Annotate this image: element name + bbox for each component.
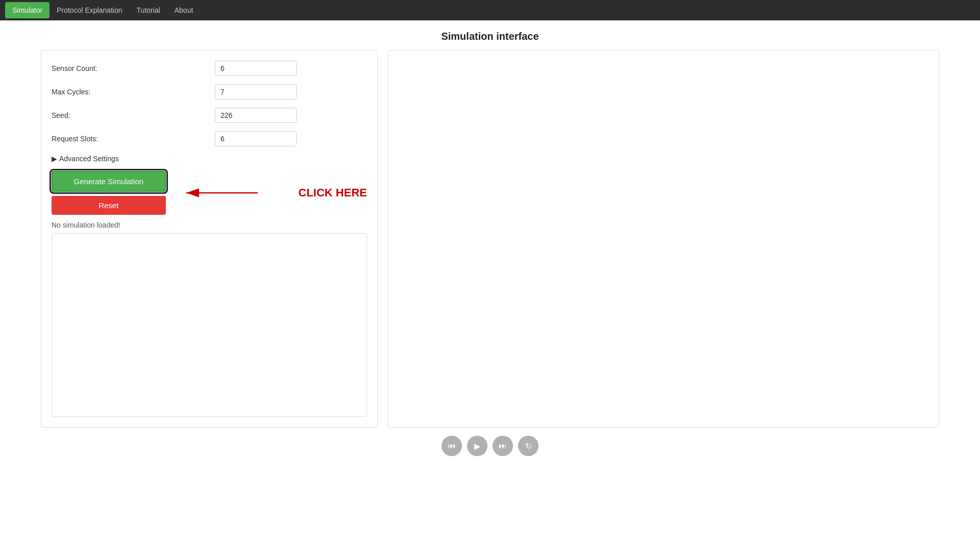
seed-input[interactable] (215, 108, 297, 123)
click-here-label: CLICK HERE (299, 186, 367, 199)
advanced-settings-toggle[interactable]: ▶ Advanced Settings (52, 155, 367, 163)
nav-tutorial[interactable]: Tutorial (130, 2, 167, 18)
sensor-count-row: Sensor Count: (52, 61, 367, 76)
fast-forward-button[interactable]: ⏭ (493, 436, 513, 456)
generate-button-row: Generate Simulation Reset CLICK HERE (52, 171, 367, 215)
playback-controls: ⏮ ▶ ⏭ ↻ (0, 428, 980, 461)
nav-simulator[interactable]: Simulator (5, 2, 50, 18)
generate-simulation-button[interactable]: Generate Simulation (52, 171, 166, 192)
request-slots-label: Request Slots: (52, 135, 215, 143)
navbar: Simulator Protocol Explanation Tutorial … (0, 0, 980, 20)
click-here-arrow-icon (176, 183, 268, 203)
request-slots-row: Request Slots: (52, 131, 367, 146)
max-cycles-input[interactable] (215, 84, 297, 99)
left-panel: Sensor Count: Max Cycles: Seed: Request … (41, 50, 378, 428)
sensor-count-input[interactable] (215, 61, 297, 76)
seed-row: Seed: (52, 108, 367, 123)
request-slots-input[interactable] (215, 131, 297, 146)
simulation-display (52, 233, 367, 417)
page-title: Simulation interface (0, 20, 980, 50)
nav-about[interactable]: About (167, 2, 201, 18)
annotation-area: CLICK HERE (176, 183, 367, 203)
play-button[interactable]: ▶ (467, 436, 487, 456)
nav-protocol-explanation[interactable]: Protocol Explanation (50, 2, 129, 18)
sensor-count-label: Sensor Count: (52, 64, 215, 72)
right-panel (388, 50, 939, 428)
max-cycles-row: Max Cycles: (52, 84, 367, 99)
advanced-settings-arrow-icon: ▶ (52, 155, 57, 163)
no-simulation-text: No simulation loaded! (52, 221, 367, 229)
max-cycles-label: Max Cycles: (52, 88, 215, 96)
reset-button[interactable]: Reset (52, 196, 166, 215)
seed-label: Seed: (52, 111, 215, 119)
advanced-settings-label: Advanced Settings (59, 155, 119, 163)
generate-button-area: Generate Simulation Reset (52, 171, 166, 215)
rewind-button[interactable]: ⏮ (442, 436, 462, 456)
main-content: Sensor Count: Max Cycles: Seed: Request … (0, 50, 980, 428)
refresh-button[interactable]: ↻ (518, 436, 538, 456)
